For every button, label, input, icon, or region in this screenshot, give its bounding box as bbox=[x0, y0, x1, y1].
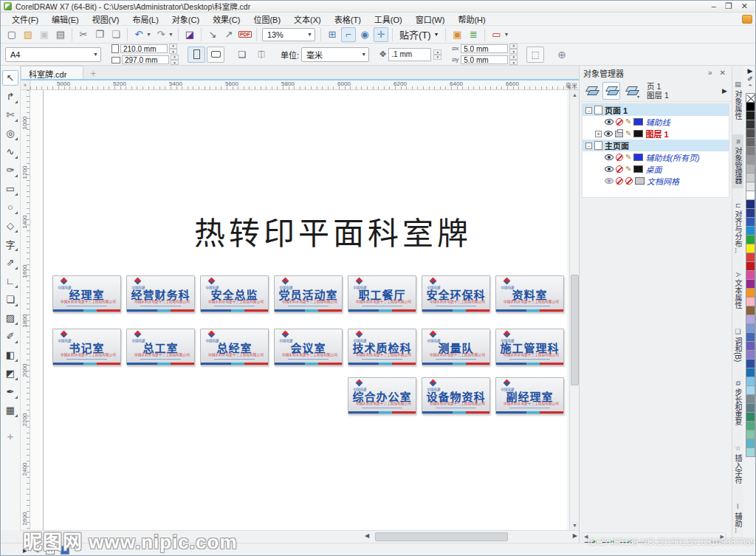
expander-icon[interactable]: - bbox=[585, 107, 592, 114]
open-icon[interactable]: ▨ bbox=[21, 27, 35, 42]
chevron-down-icon[interactable]: ▼ bbox=[504, 32, 509, 37]
docker-tab-4[interactable]: A文本属性 bbox=[732, 268, 744, 313]
page-height-field[interactable]: 297.0 mm bbox=[122, 55, 169, 64]
door-sign[interactable]: 中国电建会议室中国水利水电第十三工程局有限公司 bbox=[274, 329, 343, 365]
door-sign[interactable]: 中国电建安全总监中国水利水电第十三工程局有限公司 bbox=[200, 275, 269, 312]
chevron-down-icon[interactable]: ▼ bbox=[146, 32, 151, 37]
minimize-button[interactable]: – bbox=[712, 1, 716, 11]
tree-layer-row[interactable]: ✎辅助线 bbox=[583, 116, 729, 128]
pick-tool[interactable]: ↖ bbox=[2, 70, 18, 86]
horizontal-scroll-thumb[interactable] bbox=[375, 532, 508, 541]
door-sign[interactable]: 中国电建技术质检科中国水利水电第十三工程局有限公司 bbox=[348, 329, 416, 365]
layer-label[interactable]: 文档网格 bbox=[647, 175, 679, 187]
chevron-down-icon[interactable]: ▼ bbox=[168, 32, 173, 37]
tree-layer-row[interactable]: ✎辅助线(所有页) bbox=[583, 151, 729, 163]
menu-2[interactable]: 视图(V) bbox=[86, 12, 126, 27]
layer-color-swatch[interactable] bbox=[633, 130, 643, 137]
docker-tab-6[interactable]: ⧉步长和重复 bbox=[732, 377, 744, 429]
edit-disabled-icon[interactable] bbox=[625, 177, 633, 185]
connector-tool[interactable]: ∟ bbox=[2, 273, 18, 289]
vertical-scrollbar[interactable]: ▲ ▼ bbox=[569, 90, 579, 530]
tree-layer-row[interactable]: 文档网格 bbox=[583, 175, 729, 187]
print-disabled-icon[interactable] bbox=[616, 154, 623, 161]
nudge-spinner[interactable]: ▴▾ bbox=[433, 49, 441, 60]
menu-7[interactable]: 文本(X) bbox=[287, 12, 328, 27]
docker-tab-5[interactable]: ❏调和(B) bbox=[732, 323, 744, 366]
edit-pencil-icon[interactable]: ✎ bbox=[625, 165, 631, 173]
customize-plus-icon[interactable]: ⊕ bbox=[557, 49, 566, 61]
docker-tab-1[interactable]: ▤对象属性 bbox=[732, 76, 744, 124]
menu-3[interactable]: 布局(L) bbox=[126, 12, 165, 27]
docker-expand-button[interactable]: » bbox=[706, 69, 715, 77]
snap-toggle-icon[interactable]: ✛ bbox=[374, 27, 388, 42]
new-document-icon[interactable]: ▢ bbox=[4, 27, 19, 42]
rectangle-tool[interactable]: ▭ bbox=[2, 181, 18, 196]
visibility-eye-icon[interactable] bbox=[605, 154, 614, 160]
fill-tool[interactable]: ▦ bbox=[2, 402, 18, 418]
menu-5[interactable]: 效果(C) bbox=[206, 12, 247, 27]
text-tool[interactable]: 字 bbox=[2, 236, 18, 252]
artwork-title[interactable]: 热转印平面科室牌 bbox=[75, 208, 569, 253]
show-document-icon[interactable]: ◉ bbox=[357, 27, 372, 42]
edit-pencil-icon[interactable]: ✎ bbox=[625, 154, 631, 161]
flyout-arrow-icon[interactable]: ▶ bbox=[722, 87, 729, 95]
door-sign[interactable]: 中国电建资料室中国水利水电第十三工程局有限公司 bbox=[495, 275, 564, 312]
layer-label[interactable]: 图层 1 bbox=[645, 128, 668, 140]
crop-tool[interactable]: ✄ bbox=[2, 107, 18, 123]
save-icon[interactable]: ▣ bbox=[37, 27, 52, 42]
tree-layer-row[interactable]: ✎桌面 bbox=[583, 163, 729, 175]
eyedropper-icon[interactable]: ✐ bbox=[747, 75, 753, 83]
layer-label[interactable]: 桌面 bbox=[645, 163, 662, 175]
landscape-button[interactable] bbox=[207, 47, 224, 63]
full-screen-preview-icon[interactable]: ⊞ bbox=[325, 27, 340, 42]
search-content-icon[interactable]: ◪ bbox=[182, 27, 197, 42]
print-icon[interactable]: ▤ bbox=[53, 27, 68, 42]
dimension-tool[interactable]: ⇗ bbox=[2, 255, 18, 270]
paste-icon[interactable]: ❏ bbox=[109, 27, 123, 42]
quick-access-icon[interactable] bbox=[742, 15, 752, 24]
shape-tool[interactable]: ↱ bbox=[2, 89, 18, 104]
print-disabled-icon[interactable] bbox=[616, 118, 623, 126]
interactive-fill-tool[interactable]: ◧ bbox=[2, 347, 18, 363]
docker-close-button[interactable]: ✕ bbox=[718, 69, 728, 77]
smart-fill-tool[interactable]: ◩ bbox=[2, 365, 18, 381]
treat-as-filled-button[interactable]: ⬚ bbox=[526, 47, 544, 63]
page-preset-combo[interactable]: A4▼ bbox=[5, 47, 101, 62]
duplicate-y-field[interactable]: 5.0 mm bbox=[461, 55, 508, 64]
layer-color-swatch[interactable] bbox=[633, 118, 643, 126]
ruler-origin-icon[interactable]: ⌖ bbox=[21, 80, 30, 90]
current-page-button[interactable]: ⎅ bbox=[252, 47, 270, 63]
welcome-screen-icon[interactable]: ▭ bbox=[489, 27, 504, 42]
show-rulers-icon[interactable]: ⌐ bbox=[341, 27, 356, 42]
page-height-spinner[interactable]: ▾▴ bbox=[171, 55, 179, 65]
quick-customize[interactable]: + bbox=[2, 428, 18, 444]
drop-shadow-tool[interactable]: ❏ bbox=[2, 292, 18, 307]
layer-color-swatch[interactable] bbox=[635, 177, 645, 185]
transparency-tool[interactable]: ▨ bbox=[2, 310, 18, 326]
ellipse-tool[interactable]: ○ bbox=[2, 199, 18, 215]
duplicate-x-spinner[interactable]: ▾▴ bbox=[509, 44, 518, 54]
edit-pencil-icon[interactable]: ✎ bbox=[625, 118, 631, 126]
door-sign[interactable]: 中国电建综合办公室中国水利水电第十三工程局有限公司 bbox=[348, 377, 416, 414]
docker-tab-3[interactable]: ⊔对齐与分布... bbox=[732, 199, 744, 258]
expander-icon[interactable]: + bbox=[595, 131, 602, 137]
zoom-level-combo[interactable]: 13%▼ bbox=[262, 28, 315, 41]
publish-pdf-icon[interactable]: PDF bbox=[238, 27, 252, 42]
door-sign[interactable]: 中国电建施工管理科中国水利水电第十三工程局有限公司 bbox=[495, 329, 564, 365]
door-sign[interactable]: 中国电建设备物资科中国水利水电第十三工程局有限公司 bbox=[422, 377, 490, 414]
redo-icon[interactable]: ↷ bbox=[154, 27, 168, 42]
menu-1[interactable]: 编辑(E) bbox=[45, 12, 86, 27]
copy-icon[interactable]: ❐ bbox=[92, 27, 107, 42]
layer-color-swatch[interactable] bbox=[633, 165, 643, 173]
freehand-tool[interactable]: ∿ bbox=[2, 144, 18, 159]
color-eyedropper-tool[interactable]: ✐ bbox=[2, 329, 18, 344]
menu-8[interactable]: 表格(T) bbox=[328, 12, 368, 27]
drawing-canvas[interactable]: 热转印平面科室牌 中国电建经理室中国水利水电第十三工程局有限公司中国电建经营财务… bbox=[30, 90, 569, 530]
export-icon[interactable]: ↗ bbox=[221, 27, 236, 42]
duplicate-y-spinner[interactable]: ▾▴ bbox=[509, 55, 518, 65]
horizontal-ruler[interactable]: 毫米 500052005400560058006000620064006600 bbox=[30, 80, 579, 90]
scroll-right-button[interactable]: ▶ bbox=[573, 532, 577, 539]
nudge-field[interactable]: .1 mm bbox=[388, 48, 431, 61]
undo-icon[interactable]: ↶ bbox=[131, 27, 146, 42]
color-swatch[interactable] bbox=[746, 447, 755, 457]
